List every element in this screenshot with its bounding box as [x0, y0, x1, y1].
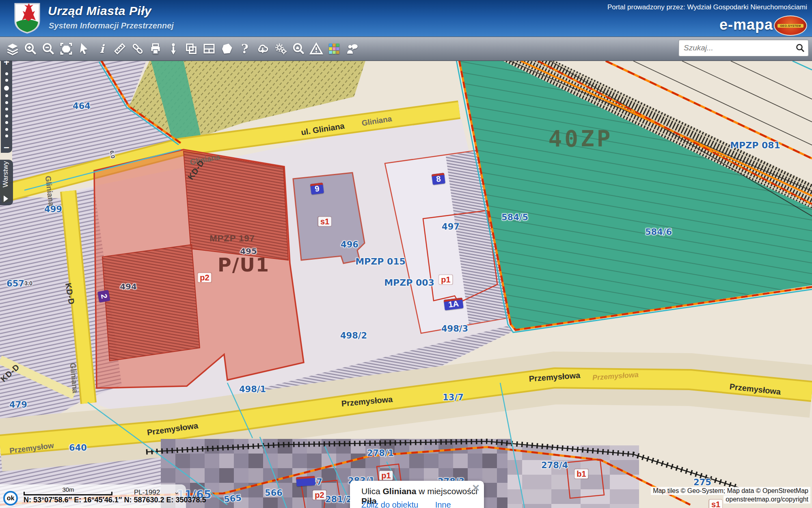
layers-tab-label: Warstwy	[2, 161, 10, 187]
coordinates-pin-button[interactable]	[166, 41, 181, 56]
feedback-button[interactable]	[344, 41, 360, 56]
measure-button[interactable]	[112, 41, 127, 56]
select-polygon-icon	[220, 42, 234, 56]
zoom-level-dot[interactable]	[5, 121, 8, 124]
mpzp-197-zone	[94, 150, 304, 388]
help-icon: ?	[238, 42, 252, 56]
scale-bar: 30m	[24, 486, 113, 495]
zoom-to-object-link[interactable]: Zbliż do obiektu	[361, 500, 418, 508]
svg-text:i: i	[100, 42, 105, 56]
thematic-colors-icon	[327, 42, 341, 56]
layers-icon	[6, 42, 19, 56]
search-parcel-button[interactable]	[291, 41, 306, 56]
zoom-level-dot[interactable]	[5, 108, 8, 111]
download-cloud-button[interactable]	[255, 41, 270, 56]
layout-panels-button[interactable]	[201, 41, 217, 56]
link-icon	[131, 42, 145, 56]
map-attribution: Map tiles © Geo-System; Map data © OpenS…	[651, 487, 810, 504]
info-button[interactable]: i	[94, 41, 110, 56]
coordinates-readout: N: 53°07′58.6″ E: 16°45′46.1″ N: 587630.…	[24, 496, 206, 504]
popup-links: Zbliż do obiektu Inne	[361, 500, 466, 508]
attribution-line1: Map tiles © Geo-System; Map data © OpenS…	[651, 487, 810, 495]
map-canvas[interactable]	[0, 60, 812, 508]
ok-button[interactable]: ok	[3, 491, 18, 506]
thematic-colors-button[interactable]	[326, 41, 342, 56]
geosystem-logo: GEO-SYSTEM	[774, 15, 807, 36]
search-input[interactable]	[683, 42, 790, 54]
header: Urząd Miasta Piły System Informacji Prze…	[0, 0, 812, 37]
zoom-level-dot[interactable]	[5, 79, 8, 82]
toolbar: i?	[0, 37, 812, 61]
svg-text:?: ?	[241, 42, 248, 56]
chevron-down-icon[interactable]: ⌄	[174, 488, 179, 496]
popup-street: Gliniana	[383, 486, 417, 496]
help-button[interactable]: ?	[237, 41, 253, 56]
zoom-level-dot[interactable]	[5, 128, 8, 131]
layers-button[interactable]	[5, 41, 20, 56]
zoom-levels	[4, 67, 9, 142]
settings-button[interactable]	[273, 41, 288, 56]
zoom-extent-icon	[59, 42, 73, 56]
plan-marker-1A[interactable]: 1A	[444, 297, 463, 310]
plan-marker-2[interactable]: 2	[97, 290, 110, 302]
city-crest-logo	[14, 2, 41, 34]
settings-icon	[274, 42, 287, 56]
zoom-out-icon	[41, 42, 55, 56]
report-issue-button[interactable]	[309, 41, 324, 56]
status-bar: ok 30m PL-1992 ⌄ N: 53°07′58.6″ E: 16°45…	[0, 484, 186, 508]
zoom-extent-button[interactable]	[58, 41, 74, 56]
app-title: Urząd Miasta Piły	[48, 4, 151, 18]
zoom-out-button[interactable]: −	[4, 142, 9, 153]
zoom-in-icon	[24, 42, 37, 56]
compare-windows-icon	[184, 42, 198, 56]
plan-marker-8[interactable]: 8	[432, 173, 445, 185]
info-icon: i	[95, 42, 109, 56]
pointer-button[interactable]	[76, 41, 92, 56]
print-button[interactable]	[148, 41, 163, 56]
app-subtitle: System Informacji Przestrzennej	[49, 21, 174, 30]
parcel-s1	[293, 173, 365, 263]
plan-marker-9[interactable]: 9	[310, 182, 324, 195]
search-parcel-icon	[292, 42, 305, 56]
plan-marker-blank[interactable]	[296, 476, 315, 486]
layout-panels-icon	[202, 42, 216, 56]
select-polygon-button[interactable]	[219, 41, 235, 56]
close-icon[interactable]: ✕	[472, 482, 480, 494]
zoom-out-button[interactable]	[41, 41, 56, 56]
zoom-level-dot[interactable]	[5, 115, 8, 117]
search-box	[678, 39, 809, 56]
scale-bar-line	[24, 492, 112, 495]
pointer-icon	[77, 42, 91, 56]
zoom-level-dot[interactable]	[5, 72, 8, 75]
portal-note: Portal prowadzony przez: Wydział Gospoda…	[607, 3, 807, 11]
zoom-level-dot[interactable]	[4, 86, 9, 91]
layers-panel-tab[interactable]: Warstwy	[0, 160, 13, 205]
zoom-in-button[interactable]	[23, 41, 38, 56]
print-icon	[149, 42, 162, 56]
download-cloud-icon	[256, 42, 270, 56]
zoom-level-dot[interactable]	[5, 101, 8, 104]
search-icon[interactable]	[795, 43, 805, 53]
crs-selector[interactable]: PL-1992	[134, 488, 160, 497]
feedback-icon	[345, 42, 359, 56]
link-button[interactable]	[130, 41, 145, 56]
feature-popup: Ulica Gliniana w miejscowości Piła Zbliż…	[350, 481, 484, 508]
measure-icon	[113, 42, 127, 56]
compare-windows-button[interactable]	[184, 41, 199, 56]
emapa-brand: e-mapa	[719, 16, 773, 33]
coordinates-pin-icon	[166, 42, 180, 56]
other-link[interactable]: Inne	[435, 500, 451, 508]
zoom-level-dot[interactable]	[5, 94, 8, 97]
zoom-control: + −	[1, 57, 12, 153]
zoom-level-dot[interactable]	[5, 135, 8, 137]
osm-copyright-link[interactable]: openstreetmap.org/copyright	[723, 495, 810, 504]
report-issue-icon	[309, 42, 323, 56]
expand-arrow-icon	[4, 195, 8, 202]
